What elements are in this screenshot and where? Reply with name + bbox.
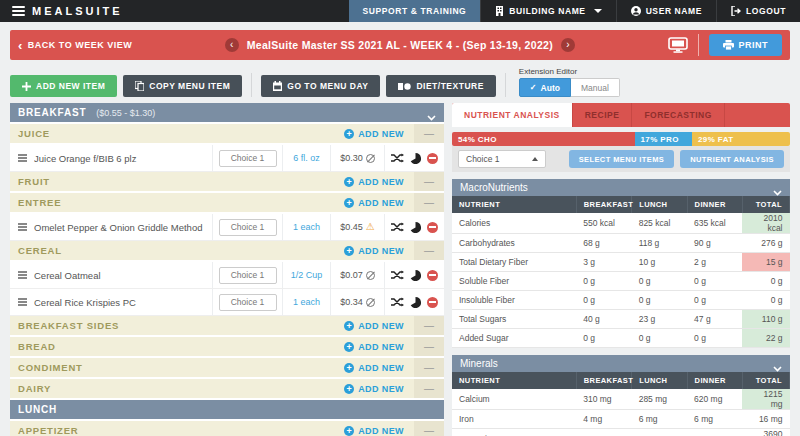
extension-editor-toggle: Auto Manual [519, 78, 620, 97]
plus-circle-icon: + [344, 384, 354, 394]
drag-handle-icon[interactable] [10, 223, 34, 231]
macronutrients-header[interactable]: MacroNutrients [452, 179, 790, 196]
back-to-week-view-link[interactable]: ‹ BACK TO WEEK VIEW [18, 39, 132, 52]
chevron-down-icon[interactable] [773, 183, 782, 192]
tab-forecasting[interactable]: FORECASTING [632, 103, 724, 127]
col-lunch: LUNCH [632, 196, 687, 213]
nutrition-pie-icon[interactable] [410, 153, 421, 164]
section-label: JUICE [10, 128, 50, 139]
logout-button[interactable]: LOGOUT [716, 0, 800, 22]
collapse-section-button[interactable]: — [414, 421, 444, 436]
add-new-item-button[interactable]: ADD NEW ITEM [10, 75, 117, 97]
week-actions: PRINT [668, 34, 783, 56]
item-name[interactable]: Juice Orange f/BIB 6 plz [34, 153, 212, 164]
choice-input[interactable]: Choice 1 [219, 150, 277, 167]
collapse-section-button[interactable]: — [414, 172, 444, 191]
section-label: FRUIT [10, 176, 50, 187]
price-cell: $0.45⚠ [330, 214, 384, 240]
swap-item-icon[interactable] [391, 270, 404, 280]
manual-toggle-option[interactable]: Manual [571, 78, 620, 97]
extension-editor-label: Extension Editor [519, 67, 620, 76]
add-new-link[interactable]: +ADD NEW [344, 363, 414, 373]
breakfast-label: BREAKFAST [18, 107, 86, 118]
user-menu[interactable]: USER NAME [616, 0, 716, 22]
add-new-link[interactable]: +ADD NEW [344, 321, 414, 331]
nutrition-pie-icon[interactable] [410, 222, 421, 233]
choice-input[interactable]: Choice 1 [219, 219, 277, 236]
tab-nutrient-analysis[interactable]: NUTRIENT ANALYSIS [452, 103, 573, 127]
no-cost-icon [366, 298, 375, 307]
price-cell: $0.07 [330, 262, 384, 288]
next-week-button[interactable]: › [561, 38, 575, 52]
collapse-section-button[interactable]: — [414, 337, 444, 356]
nutrition-pie-icon[interactable] [410, 270, 421, 281]
topbar-spacer [135, 0, 349, 22]
choice-cell: Choice 1 [212, 262, 282, 288]
add-new-link[interactable]: +ADD NEW [344, 129, 414, 139]
section-label: BREAKFAST SIDES [10, 320, 119, 331]
collapse-section-button[interactable]: — [414, 193, 444, 212]
swap-item-icon[interactable] [391, 222, 404, 232]
collapse-section-button[interactable]: — [414, 241, 444, 260]
collapse-section-button[interactable]: — [414, 379, 444, 398]
item-price: $0.07 [340, 270, 363, 280]
drag-handle-icon[interactable] [10, 271, 34, 279]
portion-link[interactable]: 1 each [282, 289, 330, 315]
lunch-meal-header[interactable]: LUNCH [10, 400, 444, 419]
mealsuite-app: MEALSUITE SUPPORT & TRAINING BUILDING NA… [0, 0, 800, 436]
portion-link[interactable]: 1 each [282, 214, 330, 240]
choice-input[interactable]: Choice 1 [219, 294, 277, 311]
nutrition-pie-icon[interactable] [410, 297, 421, 308]
add-new-link[interactable]: +ADD NEW [344, 384, 414, 394]
section-cereal: CEREAL +ADD NEW — [10, 241, 444, 260]
hamburger-menu-icon[interactable] [12, 6, 25, 16]
add-new-link[interactable]: +ADD NEW [344, 342, 414, 352]
section-fruit: FRUIT +ADD NEW — [10, 172, 444, 191]
item-name[interactable]: Omelet Pepper & Onion Griddle Method [34, 222, 212, 233]
swap-item-icon[interactable] [391, 153, 404, 163]
remove-item-icon[interactable] [427, 153, 438, 164]
drag-handle-icon[interactable] [10, 154, 34, 162]
add-new-link[interactable]: +ADD NEW [344, 426, 414, 436]
diet-texture-button[interactable]: DIET/TEXTURE [386, 75, 495, 97]
table-header-row: NUTRIENT BREAKFAST LUNCH DINNER TOTAL [452, 196, 790, 213]
nutrient-analysis-button[interactable]: NUTRIENT ANALYSIS [680, 150, 784, 168]
building-selector[interactable]: BUILDING NAME [480, 0, 615, 22]
collapse-section-button[interactable]: — [414, 358, 444, 377]
remove-item-icon[interactable] [427, 297, 438, 308]
breakfast-meal-header[interactable]: BREAKFAST ($0.55 - $1.30) [10, 103, 444, 122]
analysis-controls: Choice 1 SELECT MENU ITEMS NUTRIENT ANAL… [452, 146, 790, 172]
portion-link[interactable]: 6 fl. oz [282, 145, 330, 171]
previous-week-button[interactable]: ‹ [225, 38, 239, 52]
choice-select[interactable]: Choice 1 [458, 150, 546, 168]
chevron-down-icon[interactable] [773, 359, 782, 368]
go-to-menu-day-button[interactable]: GO TO MENU DAY [261, 75, 380, 97]
drag-handle-icon[interactable] [10, 298, 34, 306]
auto-toggle-option[interactable]: Auto [519, 78, 571, 97]
add-new-link[interactable]: +ADD NEW [344, 246, 414, 256]
minerals-header[interactable]: Minerals [452, 355, 790, 372]
add-new-link[interactable]: +ADD NEW [344, 198, 414, 208]
item-name[interactable]: Cereal Oatmeal [34, 270, 212, 281]
item-name[interactable]: Cereal Rice Krispies PC [34, 297, 212, 308]
col-breakfast: BREAKFAST [576, 372, 631, 389]
chevron-left-icon: ‹ [18, 39, 23, 52]
portion-link[interactable]: 1/2 Cup [282, 262, 330, 288]
tab-recipe[interactable]: RECIPE [573, 103, 633, 127]
support-training-button[interactable]: SUPPORT & TRAINING [349, 0, 481, 22]
remove-item-icon[interactable] [427, 270, 438, 281]
choice-cell: Choice 1 [212, 289, 282, 315]
collapse-section-button[interactable]: — [414, 316, 444, 335]
collapse-section-button[interactable]: — [414, 124, 444, 143]
analysis-panel: NUTRIENT ANALYSIS RECIPE FORECASTING 54%… [452, 103, 790, 436]
choice-input[interactable]: Choice 1 [219, 267, 277, 284]
select-menu-items-button[interactable]: SELECT MENU ITEMS [569, 150, 675, 168]
copy-menu-item-button[interactable]: COPY MENU ITEM [123, 75, 242, 97]
add-new-link[interactable]: +ADD NEW [344, 177, 414, 187]
remove-item-icon[interactable] [427, 222, 438, 233]
print-button[interactable]: PRINT [709, 34, 783, 56]
display-screen-button[interactable] [668, 37, 688, 53]
chevron-down-icon[interactable] [427, 108, 436, 117]
macronutrient-ratio-bar: 54% CHO 17% PRO 29% FAT [452, 132, 790, 146]
swap-item-icon[interactable] [391, 297, 404, 307]
